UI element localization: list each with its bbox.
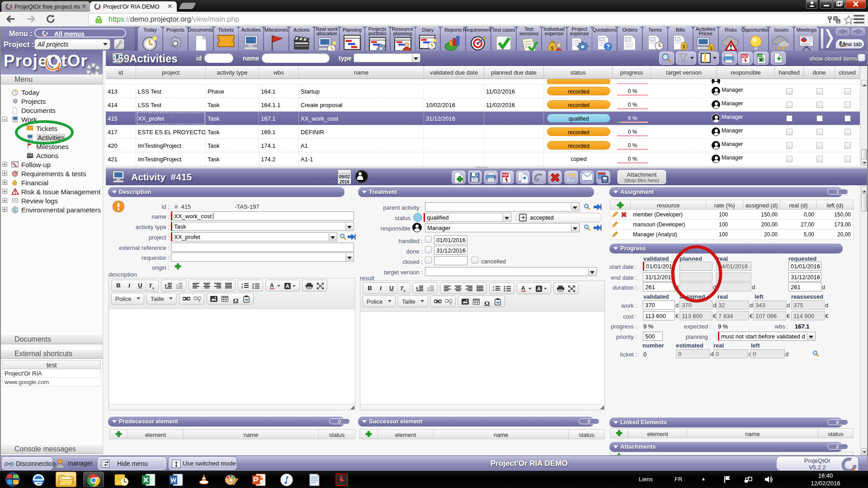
svg-text:?: ?	[606, 43, 610, 50]
svg-text:2: 2	[241, 286, 243, 289]
svg-text:W: W	[245, 298, 249, 302]
svg-text:$: $	[683, 44, 686, 49]
svg-text:W: W	[496, 300, 500, 305]
svg-text:1: 1	[493, 286, 495, 288]
svg-text:?: ?	[91, 67, 95, 74]
svg-text:2: 2	[493, 289, 495, 291]
svg-text:A: A	[270, 282, 274, 289]
svg-text:A: A	[286, 283, 289, 289]
svg-text:1: 1	[241, 283, 243, 286]
svg-text:A: A	[837, 20, 840, 24]
svg-text:A: A	[521, 285, 525, 291]
